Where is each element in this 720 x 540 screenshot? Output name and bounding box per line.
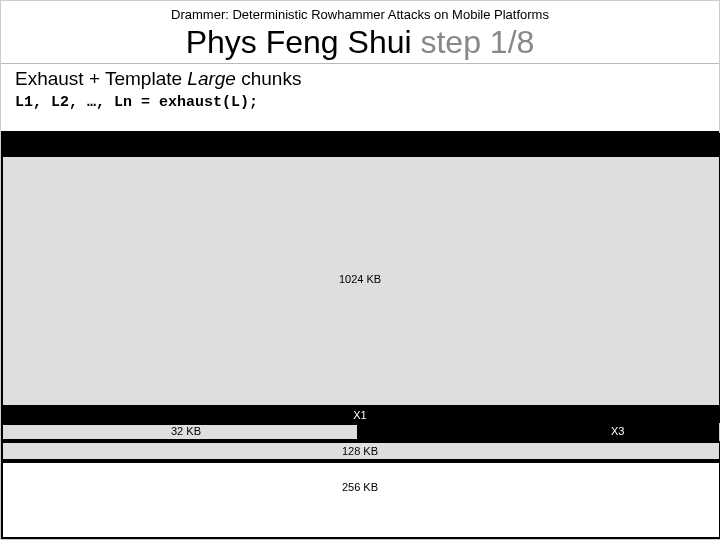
subtitle-b: Large [187,68,241,89]
label-1024: 1024 KB [339,273,381,285]
slide: Drammer: Deterministic Rowhammer Attacks… [0,0,720,540]
subtitle-a: Exhaust + Template [15,68,187,89]
subtitle-c: chunks [241,68,301,89]
label-x1: X1 [353,409,366,421]
subtitle: Exhaust + Template Large chunks [1,68,719,90]
row-x3 [359,423,719,441]
label-128: 128 KB [342,445,378,457]
outline-bottom [1,461,720,539]
title-rule [1,63,719,64]
label-32: 32 KB [171,425,201,437]
slide-title: Phys Feng Shui step 1/8 [1,24,719,61]
header-small: Drammer: Deterministic Rowhammer Attacks… [1,1,719,22]
code-line: L1, L2, …, Ln = exhaust(L); [1,90,719,115]
row-divider-top [1,133,720,155]
label-x3: X3 [611,425,624,437]
title-prefix: Phys Feng Shui [186,24,421,60]
memory-diagram: 1024 KB X1 32 KB X3 128 KB 256 KB [1,131,719,540]
title-suffix: step 1/8 [420,24,534,60]
